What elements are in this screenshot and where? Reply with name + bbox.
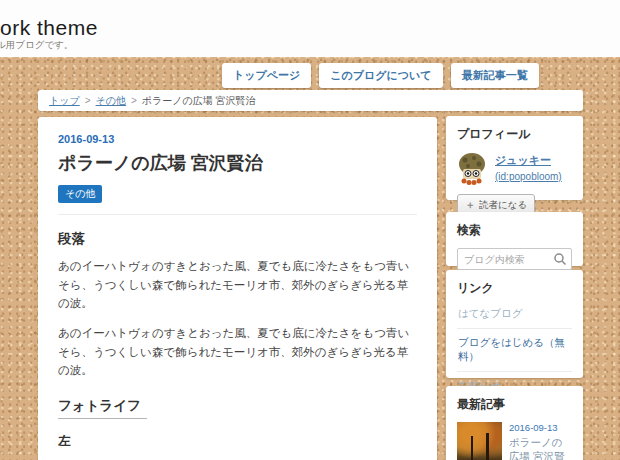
article-card: 2016-09-13 ポラーノの広場 宮沢賢治 その他 段落 あのイーハトヴォの…: [38, 117, 437, 460]
nav-archive-button[interactable]: 最新記事一覧: [451, 63, 539, 88]
sidebar-module-links: リンク はてなブログ ブログをはじめる（無料） お知らせ はてなブログ グループ: [446, 270, 583, 378]
nav-top-page-button[interactable]: トップページ: [222, 63, 311, 88]
subscribe-button-label: 読者になる: [479, 199, 527, 212]
profile-heading: プロフィール: [457, 126, 572, 143]
entry-header-divider: [58, 214, 417, 215]
recent-entry-title-link[interactable]: ポラーノの広場 宮沢賢治: [509, 435, 572, 460]
section-heading-paragraph: 段落: [58, 230, 417, 248]
profile-row: ジュッキー (id:popobloom): [457, 152, 572, 186]
blog-title[interactable]: ork theme: [0, 16, 98, 40]
nav-about-button[interactable]: このブログについて: [319, 63, 442, 88]
recent-entry-item: 2016-09-13 ポラーノの広場 宮沢賢治 その他: [457, 422, 572, 460]
entry-title[interactable]: ポラーノの広場 宮沢賢治: [58, 151, 417, 175]
profile-avatar[interactable]: [457, 152, 487, 186]
plus-icon: ＋: [465, 198, 475, 212]
sidebar-module-search: 検索: [446, 212, 583, 266]
blog-header: ork theme ル用ブログです。: [0, 0, 620, 57]
global-nav: トップページ このブログについて 最新記事一覧: [222, 63, 539, 88]
profile-id-link[interactable]: (id:popobloom): [495, 171, 562, 182]
profile-links: ジュッキー (id:popobloom): [495, 152, 562, 182]
breadcrumb-separator: >: [131, 95, 137, 106]
breadcrumb-link-top[interactable]: トップ: [49, 94, 80, 108]
entry-category-badge[interactable]: その他: [58, 185, 102, 203]
link-item-hatenablog[interactable]: はてなブログ: [457, 306, 572, 328]
sidebar-module-profile: プロフィール ジュッキー (id:popobloom): [446, 116, 583, 200]
entry-date-link[interactable]: 2016-09-13: [58, 133, 417, 145]
search-field-wrap: [457, 248, 572, 270]
article-paragraph: あのイーハトヴォのすきとおった風、夏でも底に冷たさをもつ青いそら、うつくしい森で…: [58, 257, 417, 313]
recent-entry-date: 2016-09-13: [509, 422, 572, 433]
profile-name-link[interactable]: ジュッキー: [495, 153, 562, 168]
tree-trunk-shape: [486, 433, 489, 460]
recent-entry-thumbnail[interactable]: [457, 422, 502, 460]
links-heading: リンク: [457, 280, 572, 297]
breadcrumb: トップ > その他 > ポラーノの広場 宮沢賢治: [38, 90, 583, 111]
section-heading-photolife-label: フォトライフ: [58, 397, 147, 419]
recent-entry-info: 2016-09-13 ポラーノの広場 宮沢賢治 その他: [509, 422, 572, 460]
breadcrumb-link-category[interactable]: その他: [96, 94, 126, 108]
blog-subtitle: ル用ブログです。: [0, 39, 73, 52]
sidebar-module-recent-entries: 最新記事 2016-09-13 ポラーノの広場 宮沢賢治 その他: [446, 386, 583, 460]
search-heading: 検索: [457, 222, 572, 239]
link-item-start-blog[interactable]: ブログをはじめる（無料）: [457, 328, 572, 371]
blog-page: ork theme ル用ブログです。 トップページ このブログについて 最新記事…: [0, 0, 620, 460]
subheading-left: 左: [58, 433, 417, 450]
breadcrumb-current-page: ポラーノの広場 宮沢賢治: [142, 94, 256, 108]
article-paragraph: あのイーハトヴォのすきとおった風、夏でも底に冷たさをもつ青いそら、うつくしい森で…: [58, 324, 417, 380]
breadcrumb-separator: >: [85, 95, 91, 106]
tree-trunk-shape: [471, 436, 473, 460]
search-icon[interactable]: [553, 252, 567, 266]
recent-entries-heading: 最新記事: [457, 396, 572, 413]
section-heading-photolife: フォトライフ: [58, 397, 417, 419]
